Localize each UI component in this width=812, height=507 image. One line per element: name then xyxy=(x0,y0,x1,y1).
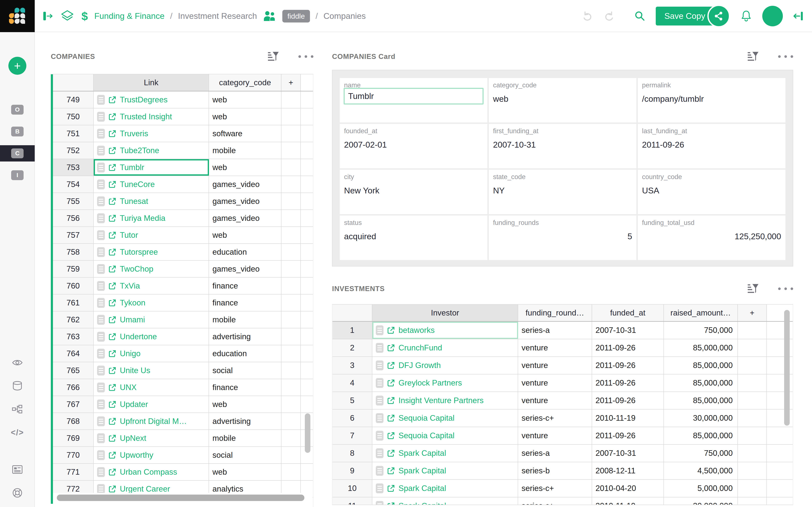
document-icon[interactable] xyxy=(0,462,35,477)
filter-icon[interactable] xyxy=(747,283,759,295)
category-cell[interactable]: finance xyxy=(209,278,282,294)
field-value-selected[interactable]: Tumblr xyxy=(344,88,484,105)
external-link-icon[interactable] xyxy=(108,400,116,408)
drag-handle-icon[interactable] xyxy=(97,213,105,223)
external-link-icon[interactable] xyxy=(108,349,116,358)
row-number-cell[interactable]: 759 xyxy=(53,261,94,277)
drag-handle-icon[interactable] xyxy=(97,112,105,122)
breadcrumb-document[interactable]: Investment Research xyxy=(178,11,257,21)
investor-cell[interactable]: Insight Venture Partners xyxy=(372,392,518,409)
field-value[interactable]: 125,250,000 xyxy=(642,232,781,241)
empty-add-cell[interactable] xyxy=(738,375,767,392)
drag-handle-icon[interactable] xyxy=(97,129,105,138)
row-number-cell[interactable]: 752 xyxy=(53,142,94,159)
category-cell[interactable]: advertising xyxy=(209,328,282,345)
search-icon[interactable] xyxy=(633,10,646,22)
link-cell[interactable]: Tunesat xyxy=(94,193,209,210)
drag-handle-icon[interactable] xyxy=(97,315,105,325)
empty-add-cell[interactable] xyxy=(738,462,767,480)
company-link[interactable]: Tykoon xyxy=(120,298,145,307)
empty-add-cell[interactable] xyxy=(282,142,301,159)
column-header-raised-amount[interactable]: raised_amount… xyxy=(664,304,738,321)
field-value[interactable]: NY xyxy=(493,186,632,195)
empty-add-cell[interactable] xyxy=(282,294,301,311)
company-link[interactable]: TwoChop xyxy=(120,265,153,274)
empty-add-cell[interactable] xyxy=(738,322,767,339)
category-cell[interactable]: games_video xyxy=(209,176,282,192)
widget-menu-icon[interactable] xyxy=(778,55,793,58)
card-field-status[interactable]: statusacquired xyxy=(340,216,488,260)
company-link[interactable]: TrustDegrees xyxy=(120,95,168,104)
category-cell[interactable]: mobile xyxy=(209,312,282,328)
investor-link[interactable]: Sequoia Capital xyxy=(399,431,454,440)
funded-at-cell[interactable]: 2011-09-26 xyxy=(592,427,664,444)
link-cell[interactable]: Urban Compass xyxy=(94,464,209,480)
external-link-icon[interactable] xyxy=(387,502,395,505)
empty-add-cell[interactable] xyxy=(282,413,301,430)
raised-amount-cell[interactable]: 5,000,000 xyxy=(664,480,738,497)
external-link-icon[interactable] xyxy=(387,326,395,334)
row-number-cell[interactable]: 766 xyxy=(53,379,94,396)
funded-at-cell[interactable]: 2011-09-26 xyxy=(592,339,664,356)
field-value[interactable]: web xyxy=(493,94,632,104)
funded-at-cell[interactable]: 2007-10-31 xyxy=(592,445,664,462)
row-number-cell[interactable]: 7 xyxy=(333,427,372,444)
external-link-icon[interactable] xyxy=(108,451,116,459)
investor-link[interactable]: Insight Venture Partners xyxy=(399,396,484,405)
external-link-icon[interactable] xyxy=(387,379,395,387)
category-cell[interactable]: games_video xyxy=(209,210,282,226)
share-icon[interactable] xyxy=(707,5,730,27)
investor-link[interactable]: CrunchFund xyxy=(399,343,442,352)
link-cell[interactable]: Tumblr xyxy=(94,159,209,176)
company-link[interactable]: Updater xyxy=(120,400,148,409)
link-cell[interactable]: Updater xyxy=(94,396,209,412)
category-cell[interactable]: games_video xyxy=(209,261,282,277)
company-link[interactable]: Unigo xyxy=(120,349,141,358)
field-value[interactable]: 2007-10-31 xyxy=(493,140,632,150)
company-link[interactable]: Urgent Career xyxy=(120,485,170,494)
empty-add-cell[interactable] xyxy=(282,430,301,446)
external-link-icon[interactable] xyxy=(108,147,116,155)
page-tab-c-selected[interactable]: C xyxy=(0,145,35,162)
funding-round-cell[interactable]: venture xyxy=(518,427,592,444)
card-field-funding_rounds[interactable]: funding_rounds5 xyxy=(489,216,637,260)
external-link-icon[interactable] xyxy=(108,248,116,256)
drag-handle-icon[interactable] xyxy=(97,467,105,477)
funded-at-cell[interactable]: 2007-10-31 xyxy=(592,322,664,339)
link-cell[interactable]: TuneCore xyxy=(94,176,209,192)
funding-round-cell[interactable]: series-a xyxy=(518,322,592,339)
link-cell[interactable]: TxVia xyxy=(94,278,209,294)
row-number-cell[interactable]: 750 xyxy=(53,108,94,125)
raised-amount-cell[interactable]: 30,000,000 xyxy=(664,409,738,427)
company-link[interactable]: Upworthy xyxy=(120,451,153,460)
card-field-state_code[interactable]: state_codeNY xyxy=(489,170,637,214)
row-number-cell[interactable]: 761 xyxy=(53,294,94,311)
raised-amount-cell[interactable]: 85,000,000 xyxy=(664,427,738,444)
expand-panel-icon[interactable] xyxy=(42,10,54,22)
companies-horizontal-scrollbar[interactable] xyxy=(57,495,304,501)
external-link-icon[interactable] xyxy=(108,417,116,426)
company-link[interactable]: Undertone xyxy=(120,332,157,341)
empty-add-cell[interactable] xyxy=(738,480,767,497)
investor-cell[interactable]: Sequoia Capital xyxy=(372,427,518,444)
bell-icon[interactable] xyxy=(740,9,753,23)
company-link[interactable]: UNX xyxy=(120,383,137,392)
card-field-last_funding_at[interactable]: last_funding_at2011-09-26 xyxy=(638,124,785,168)
card-field-category_code[interactable]: category_codeweb xyxy=(489,78,637,122)
category-cell[interactable]: web xyxy=(209,464,282,480)
card-field-founded_at[interactable]: founded_at2007-02-01 xyxy=(340,124,488,168)
empty-add-cell[interactable] xyxy=(282,396,301,412)
external-link-icon[interactable] xyxy=(108,129,116,138)
raised-amount-cell[interactable]: 750,000 xyxy=(664,322,738,339)
code-icon[interactable]: </> xyxy=(0,425,35,440)
investor-cell[interactable]: Greylock Partners xyxy=(372,375,518,392)
link-cell[interactable]: Truveris xyxy=(94,125,209,142)
row-number-cell[interactable]: 1 xyxy=(333,322,372,339)
category-cell[interactable]: mobile xyxy=(209,142,282,159)
drag-handle-icon[interactable] xyxy=(97,450,105,460)
drag-handle-icon[interactable] xyxy=(97,146,105,156)
row-number-cell[interactable]: 760 xyxy=(53,278,94,294)
drag-handle-icon[interactable] xyxy=(97,365,105,376)
link-cell[interactable]: Tube2Tone xyxy=(94,142,209,159)
funding-round-cell[interactable]: venture xyxy=(518,375,592,392)
